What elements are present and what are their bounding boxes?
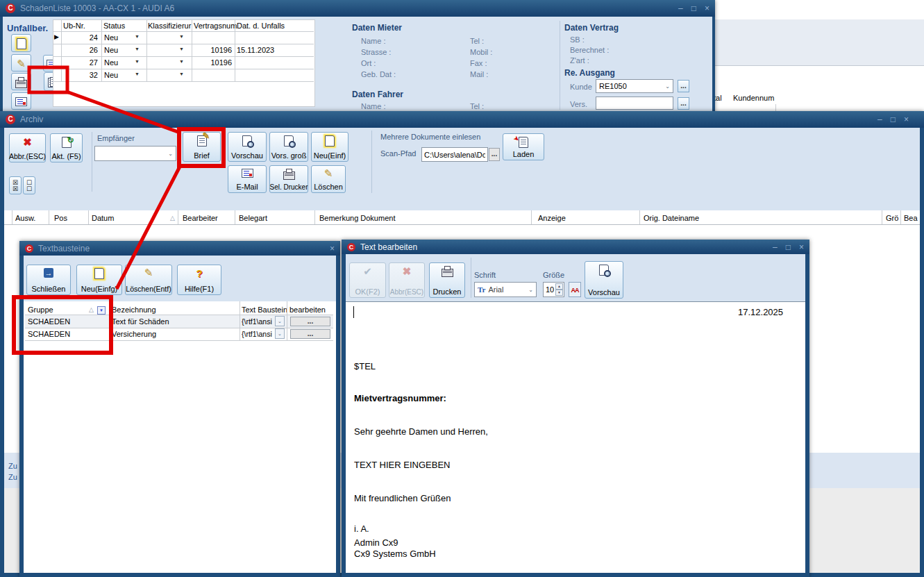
archiv-titlebar[interactable]: C Archiv – □ ×	[0, 111, 924, 128]
vorschau-button[interactable]: Vorschau	[585, 261, 623, 299]
vorschau-button[interactable]: Vorschau	[228, 132, 267, 162]
abbrechen-button[interactable]: ✖ Abbr(ESC)	[389, 262, 425, 298]
schliessen-button[interactable]: → Schließen	[26, 265, 71, 295]
textbausteine-titlebar[interactable]: C Textbausteine ×	[19, 241, 340, 256]
bearbeiten-button[interactable]: ...	[290, 329, 330, 339]
print-damage-report-button[interactable]	[11, 73, 31, 90]
laden-button[interactable]: ➤ Laden	[503, 133, 544, 160]
col-ub-nr[interactable]: Ub-Nr.	[63, 22, 85, 30]
close-icon[interactable]: ×	[330, 241, 335, 256]
status-dropdown-icon[interactable]: ▼	[135, 34, 140, 39]
archiv-col-belegart[interactable]: Belegart	[239, 214, 267, 222]
new-damage-report-button[interactable]	[11, 34, 31, 52]
archiv-col-groesse[interactable]: Grö	[886, 214, 898, 222]
minimize-icon[interactable]: –	[678, 1, 683, 16]
drucken-button[interactable]: Drucken	[429, 262, 465, 298]
klass-dropdown-icon[interactable]: ▼	[179, 72, 184, 76]
ok-button[interactable]: ✔ OK(F2)	[349, 262, 386, 298]
baustein-dropdown[interactable]: ⌄	[275, 328, 285, 339]
tb-col-gruppe[interactable]: Gruppe	[28, 306, 53, 314]
tb-cell-bezeichnung[interactable]: Versicherung	[112, 330, 156, 338]
archiv-col-bearbeiter[interactable]: Bearbeiter	[183, 214, 218, 222]
maximize-icon[interactable]: □	[786, 240, 791, 255]
status-dropdown-icon[interactable]: ▼	[135, 47, 140, 51]
archiv-col-ausw[interactable]: Ausw.	[15, 214, 35, 222]
font-color-button[interactable]: AA	[569, 282, 581, 297]
tb-col-baustein[interactable]: Text Baustein	[242, 306, 287, 314]
table-row-ub[interactable]: 32	[61, 71, 98, 79]
select-none-button[interactable]: ☐☐	[23, 176, 35, 194]
editor-area[interactable]	[346, 301, 805, 573]
table-row-status[interactable]: Neu	[104, 71, 118, 79]
tb-col-bearbeiten[interactable]: bearbeiten	[289, 306, 326, 314]
empfaenger-combobox[interactable]: ⌄	[94, 146, 176, 161]
archiv-col-bea[interactable]: Bea	[904, 214, 918, 222]
table-row-ub[interactable]: 24	[61, 33, 98, 42]
vers-browse-button[interactable]: ...	[678, 97, 689, 110]
kunde-browse-button[interactable]: ...	[678, 80, 689, 92]
klass-dropdown-icon[interactable]: ▼	[179, 47, 184, 51]
klass-dropdown-icon[interactable]: ▼	[179, 34, 184, 39]
text-bearbeiten-titlebar[interactable]: C Text bearbeiten – □ ×	[342, 240, 809, 254]
sort-asc-icon[interactable]: △	[89, 306, 94, 313]
abbrechen-button[interactable]: ✖ Abbr.(ESC)	[9, 133, 46, 162]
sel-drucker-button[interactable]: Sel. Drucker	[269, 165, 308, 193]
neu-einfg-button[interactable]: Neu(Einfg)	[76, 265, 122, 295]
vers-input[interactable]	[596, 97, 673, 110]
tb-cell-baustein[interactable]: {\rtf1\ansi	[242, 317, 272, 326]
tb-cell-baustein[interactable]: {\rtf1\ansi	[242, 330, 272, 338]
tb-cell-gruppe[interactable]: SCHAEDEN	[28, 317, 70, 326]
table-row-ub[interactable]: 26	[61, 46, 98, 54]
edit-damage-report-button[interactable]: ✎	[11, 54, 31, 72]
table-row-datum[interactable]: 15.11.2023	[237, 46, 274, 54]
status-dropdown-icon[interactable]: ▼	[135, 72, 140, 76]
email-button[interactable]: E-Mail	[228, 165, 267, 193]
table-row-status[interactable]: Neu	[104, 46, 118, 54]
filter-icon[interactable]: ▼	[97, 306, 106, 315]
schadenliste-titlebar[interactable]: C SchadenListe 10003 - AA-CX 1 - AUDI A6…	[0, 0, 715, 17]
kunde-combobox[interactable]: RE1050 ⌄	[596, 79, 673, 93]
brief-button[interactable]: ✎ Brief	[183, 132, 221, 162]
archiv-col-bemerkung[interactable]: Bemerkung Dokument	[319, 214, 395, 222]
loeschen-entf-button[interactable]: ✎ Löschen(Entf)	[125, 265, 172, 295]
loeschen-button[interactable]: ✎ Löschen	[311, 165, 346, 193]
maximize-icon[interactable]: □	[891, 112, 896, 127]
table-row-ub[interactable]: 27	[61, 58, 98, 67]
select-all-button[interactable]: ☒☒	[9, 176, 22, 194]
hilfe-button[interactable]: ? Hilfe(F1)	[177, 265, 221, 295]
close-icon[interactable]: ×	[705, 1, 709, 16]
table-row-status[interactable]: Neu	[104, 58, 118, 67]
table-row-vertrag[interactable]: 10196	[193, 46, 232, 54]
archiv-col-dateiname[interactable]: Orig. Dateiname	[644, 214, 699, 222]
font-combobox[interactable]: Tr Arial ⌄	[474, 282, 537, 297]
spin-up-icon[interactable]: ▲	[555, 283, 563, 290]
spin-down-icon[interactable]: ▼	[555, 290, 563, 296]
close-icon[interactable]: ×	[904, 112, 909, 127]
maximize-icon[interactable]: □	[691, 1, 696, 16]
tb-cell-gruppe[interactable]: SCHAEDEN	[28, 330, 70, 338]
sort-asc-icon[interactable]: △	[170, 215, 175, 221]
klass-dropdown-icon[interactable]: ▼	[179, 59, 184, 64]
col-status[interactable]: Status	[103, 22, 125, 30]
archiv-col-anzeige[interactable]: Anzeige	[538, 214, 566, 222]
archiv-col-datum[interactable]: Datum	[92, 214, 114, 222]
form-button-2[interactable]	[11, 92, 31, 110]
table-row-vertrag[interactable]: 10196	[193, 58, 232, 67]
archiv-col-pos[interactable]: Pos	[54, 214, 67, 222]
scan-pfad-browse-button[interactable]: ...	[489, 148, 500, 161]
status-dropdown-icon[interactable]: ▼	[135, 59, 140, 64]
close-icon[interactable]: ×	[799, 240, 804, 255]
tb-cell-bezeichnung[interactable]: Text für Schäden	[112, 317, 169, 326]
bearbeiten-button[interactable]: ...	[290, 317, 330, 326]
minimize-icon[interactable]: –	[877, 112, 882, 127]
size-stepper[interactable]: 10 ▲ ▼	[543, 282, 564, 297]
minimize-icon[interactable]: –	[773, 240, 778, 255]
vorschau-gross-button[interactable]: Vors. groß	[269, 132, 308, 162]
table-row-status[interactable]: Neu	[104, 33, 118, 42]
baustein-dropdown[interactable]: ⌄	[275, 316, 285, 326]
col-vertragsnum[interactable]: Vertragsnum	[194, 22, 237, 30]
scan-pfad-input[interactable]	[421, 147, 488, 162]
aktualisieren-button[interactable]: ↻ Akt. (F5)	[50, 133, 83, 162]
tb-col-bezeichnung[interactable]: Bezeichnung	[112, 306, 156, 314]
col-klassifizierung[interactable]: Klassifizierur	[148, 22, 191, 30]
